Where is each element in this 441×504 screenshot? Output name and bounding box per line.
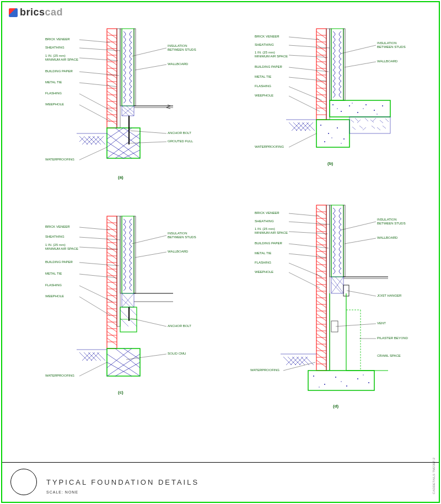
svg-point-302 [341, 381, 341, 382]
label: SHEATHING [255, 219, 274, 223]
svg-line-209 [115, 362, 140, 376]
svg-line-153 [289, 133, 316, 147]
svg-line-43 [115, 142, 140, 158]
svg-line-229 [126, 354, 166, 360]
foundation-detail-c: BRICK VENEER SHEATHING 1 IN. (25 mm) MIN… [24, 211, 212, 409]
label: 1 IN. (25 mm) MINIMUM AIR SPACE [45, 54, 78, 62]
svg-point-301 [319, 387, 319, 387]
svg-line-41 [123, 128, 140, 139]
label: WEEPHOLE [45, 294, 64, 298]
svg-line-130 [359, 126, 363, 128]
svg-line-126 [373, 118, 376, 121]
svg-point-119 [331, 137, 332, 138]
detail-marker-circle [10, 469, 37, 495]
svg-line-308 [301, 357, 309, 365]
svg-line-125 [370, 120, 374, 122]
svg-point-107 [382, 105, 383, 106]
svg-line-67 [130, 131, 166, 133]
drawing-content: BRICK VENEER SHEATHING 1 IN. (25 mm) MIN… [13, 23, 428, 458]
label: 1 IN. (25 mm) MINIMUM AIR SPACE [255, 51, 288, 58]
label: METAL TIE [255, 75, 271, 79]
svg-line-210 [107, 348, 132, 368]
svg-point-117 [324, 141, 325, 142]
svg-line-134 [383, 126, 386, 128]
svg-line-314 [289, 213, 319, 216]
title-block: TYPICAL FOUNDATION DETAILS SCALE: NONE [2, 462, 439, 502]
label: BUILDING PAPER [255, 65, 282, 69]
svg-point-108 [337, 108, 337, 109]
label: JOIST HANGER [377, 294, 401, 298]
svg-line-58 [79, 40, 110, 42]
svg-line-219 [79, 227, 110, 230]
svg-line-150 [289, 96, 320, 111]
svg-point-296 [324, 384, 325, 385]
svg-line-52 [97, 136, 105, 144]
svg-point-113 [320, 125, 321, 126]
label: BRICK VENEER [45, 225, 70, 229]
svg-point-102 [341, 111, 342, 112]
label: ANCHOR BOLT [168, 131, 191, 135]
svg-point-297 [335, 377, 336, 378]
figure-label: (b) [327, 161, 333, 166]
svg-line-53 [79, 137, 84, 142]
label: BUILDING PAPER [45, 69, 73, 73]
svg-point-103 [349, 105, 350, 106]
label: 1 IN. (25 mm) MINIMUM AIR SPACE [45, 243, 78, 251]
svg-rect-120 [349, 117, 390, 133]
svg-line-230 [79, 362, 107, 376]
svg-line-65 [132, 48, 166, 56]
foundation-detail-a: BRICK VENEER SHEATHING 1 IN. (25 mm) MIN… [24, 23, 212, 189]
label: FLASHING [255, 261, 271, 265]
label: METAL TIE [45, 81, 62, 84]
label: WALLBOARD [168, 250, 188, 254]
svg-line-151 [341, 45, 376, 53]
label: GROUTED FULL [168, 140, 193, 143]
svg-line-144 [289, 37, 319, 40]
svg-rect-294 [308, 371, 374, 390]
svg-line-227 [135, 252, 166, 258]
label: FLASHING [45, 283, 62, 287]
svg-line-68 [126, 142, 166, 143]
svg-rect-112 [316, 120, 349, 147]
svg-rect-203 [107, 348, 140, 376]
label: METAL TIE [255, 251, 271, 255]
detail-c-drawing [24, 211, 212, 409]
svg-line-324 [336, 324, 376, 326]
svg-line-121 [351, 120, 354, 122]
label: INSULATION BETWEEN STUDS [168, 44, 196, 52]
foundation-detail-d: BRICK VENEER SHEATHING 1 IN. (25 mm) MIN… [234, 200, 421, 420]
svg-line-152 [345, 62, 376, 67]
svg-point-109 [352, 103, 352, 103]
svg-rect-0 [107, 29, 117, 128]
svg-point-299 [357, 378, 358, 379]
svg-line-133 [377, 127, 380, 130]
svg-line-322 [345, 238, 376, 244]
label: FLASHING [255, 84, 271, 88]
svg-point-106 [374, 110, 375, 111]
label: INSULATION BETWEEN STUDS [377, 218, 406, 226]
label: 1 IN. (25 mm) MINIMUM AIR SPACE [255, 227, 288, 235]
svg-line-132 [372, 126, 375, 128]
svg-line-321 [341, 222, 376, 230]
svg-line-226 [132, 235, 166, 244]
svg-line-129 [352, 127, 356, 130]
drawing-title: TYPICAL FOUNDATION DETAILS [46, 478, 199, 486]
svg-line-128 [385, 119, 389, 122]
svg-point-303 [363, 374, 363, 375]
svg-rect-31 [122, 29, 134, 106]
svg-rect-100 [330, 100, 390, 117]
drawing-scale: SCALE: NONE [46, 490, 78, 494]
app-logo: bricscad [9, 7, 63, 18]
label: WATERPROOFING [45, 158, 74, 162]
svg-line-131 [363, 127, 366, 130]
label: CRAWL SPACE [377, 354, 401, 358]
label: WALLBOARD [377, 60, 397, 63]
label: SHEATHING [45, 235, 64, 239]
svg-point-101 [332, 104, 334, 105]
label: BUILDING PAPER [255, 242, 282, 245]
svg-line-214 [93, 352, 101, 361]
svg-line-46 [107, 128, 123, 139]
svg-line-127 [380, 120, 383, 123]
figure-label: (d) [333, 404, 338, 409]
label: BRICK VENEER [255, 211, 279, 215]
